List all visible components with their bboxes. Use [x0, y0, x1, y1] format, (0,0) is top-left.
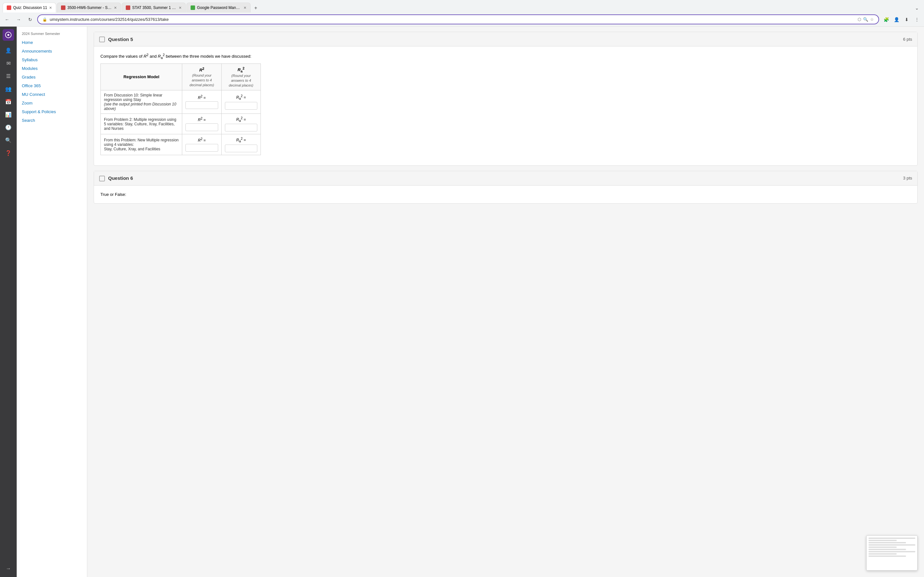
table-row-1: From Discussion 10: Simple linear regres…	[101, 90, 261, 113]
tab-close-2[interactable]: ✕	[114, 6, 117, 10]
lock-icon: 🔒	[42, 17, 47, 22]
thumb-line-5	[869, 546, 897, 548]
sidebar-item-modules[interactable]: Modules	[17, 64, 87, 73]
sidebar-item-announcements[interactable]: Announcements	[17, 47, 87, 55]
question-5-header: Question 5 6 pts	[94, 32, 917, 47]
sidebar-item-support[interactable]: Support & Policies	[17, 107, 87, 116]
profile-icon[interactable]: 👤	[892, 15, 901, 24]
question-5-pts: 6 pts	[903, 37, 912, 42]
main-layout: 👤 ✉ ☰ 👥 📅 📊 🕐 🔍 ❓ → 2024 Summer Semester…	[0, 27, 924, 577]
model-3-ra2-cell: Ra2 =	[221, 134, 260, 155]
forward-button[interactable]: →	[14, 15, 23, 24]
model-3-ra2-input[interactable]	[225, 145, 257, 152]
browser-actions: 🧩 👤 ⬇ ⋮	[882, 15, 921, 24]
bookmark-icon[interactable]: ☆	[870, 17, 874, 22]
rail-user-icon[interactable]: 👤	[3, 45, 14, 56]
model-2-r2-label: R2 =	[186, 117, 218, 122]
rail-inbox-icon[interactable]: ✉	[3, 57, 14, 69]
tab-title-4: Google Password Manager	[197, 5, 242, 10]
thumbnail-content	[867, 536, 917, 560]
browser-chrome: Quiz: Discussion 11 ✕ 3500-HW6-Summer - …	[0, 0, 924, 27]
thumb-line-4	[869, 544, 915, 546]
tab-favicon-3	[126, 5, 130, 10]
question-5-body: Compare the values of R2 and Ra2 between…	[94, 47, 917, 165]
tab-favicon-4	[191, 5, 195, 10]
tab-stat3500[interactable]: STAT 3500, Summer 1 2024 ✕	[121, 3, 186, 13]
thumb-line-7	[869, 551, 915, 552]
address-bar-row: ← → ↻ 🔒 umsystem.instructure.com/courses…	[0, 13, 924, 26]
rail-history-icon[interactable]: 🕐	[3, 121, 14, 133]
model-2-ra2-cell: Ra2 =	[221, 113, 260, 134]
rail-calendar-icon[interactable]: 📅	[3, 96, 14, 107]
new-tab-button[interactable]: +	[251, 3, 260, 13]
tab-close-1[interactable]: ✕	[49, 6, 52, 10]
rail-help-icon[interactable]: ❓	[3, 147, 14, 159]
back-button[interactable]: ←	[3, 15, 11, 24]
model-2-ra2-input[interactable]	[225, 124, 257, 131]
question-5-title: Question 5	[108, 37, 133, 42]
search-address-icon[interactable]: 🔍	[863, 17, 868, 22]
rail-grades-icon[interactable]: 📊	[3, 109, 14, 120]
tab-hw6[interactable]: 3500-HW6-Summer - STAT S... ✕	[57, 3, 121, 13]
question-6-pts: 3 pts	[903, 176, 912, 181]
question-5-checkbox[interactable]	[99, 37, 105, 42]
thumb-line-6	[869, 549, 906, 550]
canvas-logo[interactable]	[3, 29, 14, 41]
rail-people-icon[interactable]: 👥	[3, 83, 14, 95]
thumbnail-overlay	[866, 535, 918, 571]
model-3-ra2-label: Ra2 =	[225, 137, 257, 143]
question-6-card: Question 6 3 pts True or False:	[94, 171, 918, 203]
left-rail: 👤 ✉ ☰ 👥 📅 📊 🕐 🔍 ❓ →	[0, 27, 17, 577]
extensions-icon[interactable]: 🧩	[882, 15, 891, 24]
tab-favicon-2	[61, 5, 65, 10]
model-3-r2-input[interactable]	[186, 144, 218, 152]
sidebar-item-office365[interactable]: Office 365	[17, 81, 87, 90]
sidebar-item-grades[interactable]: Grades	[17, 73, 87, 81]
tab-menu-button[interactable]: ⌄	[913, 3, 921, 13]
menu-icon[interactable]: ⋮	[913, 15, 921, 24]
thumb-line-2	[869, 540, 897, 541]
screen-cast-icon[interactable]: ⬡	[858, 17, 861, 22]
rail-collapse-icon[interactable]: →	[3, 563, 14, 574]
sidebar-item-zoom[interactable]: Zoom	[17, 99, 87, 107]
content-area: Question 5 6 pts Compare the values of R…	[87, 27, 924, 577]
tab-close-3[interactable]: ✕	[179, 6, 182, 10]
col-ra2-note: (Round your answers to 4 decimal places)	[229, 74, 253, 87]
model-1-ra2-cell: Ra2 =	[221, 90, 260, 113]
model-3-r2-cell: R2 =	[182, 134, 221, 155]
download-icon[interactable]: ⬇	[902, 15, 911, 24]
sidebar-item-syllabus[interactable]: Syllabus	[17, 55, 87, 64]
col-header-model: Regression Model	[101, 63, 182, 90]
tab-title-2: 3500-HW6-Summer - STAT S...	[67, 5, 112, 10]
reload-button[interactable]: ↻	[26, 15, 35, 24]
svg-point-1	[7, 34, 9, 36]
question-6-checkbox[interactable]	[99, 176, 105, 181]
rail-modules-icon[interactable]: ☰	[3, 70, 14, 82]
rail-search-icon[interactable]: 🔍	[3, 134, 14, 146]
model-2-r2-cell: R2 =	[182, 113, 221, 134]
model-3-r2-label: R2 =	[186, 137, 218, 143]
question-5-prompt: Compare the values of R2 and Ra2 between…	[100, 53, 911, 60]
tab-quiz-discussion[interactable]: Quiz: Discussion 11 ✕	[3, 3, 56, 13]
model-2-ra2-label: Ra2 =	[225, 116, 257, 122]
address-text: umsystem.instructure.com/courses/232514/…	[50, 17, 855, 22]
thumb-line-1	[869, 538, 915, 539]
tab-password-manager[interactable]: Google Password Manager ✕	[186, 3, 250, 13]
model-1-label: From Discussion 10: Simple linear regres…	[101, 90, 182, 113]
semester-label: 2024 Summer Semester	[17, 31, 87, 38]
address-bar[interactable]: 🔒 umsystem.instructure.com/courses/23251…	[37, 15, 879, 24]
tab-close-4[interactable]: ✕	[244, 6, 246, 10]
thumb-line-3	[869, 542, 906, 543]
table-row-2: From Problem 2: Multiple regression usin…	[101, 113, 261, 134]
sidebar-item-home[interactable]: Home	[17, 38, 87, 47]
sidebar: 2024 Summer Semester Home Announcements …	[17, 27, 87, 577]
tab-title-1: Quiz: Discussion 11	[13, 5, 47, 10]
comparison-table: Regression Model R2 (Round your answers …	[100, 63, 261, 155]
model-1-ra2-input[interactable]	[225, 102, 257, 110]
sidebar-item-search[interactable]: Search	[17, 116, 87, 125]
thumb-line-8	[869, 553, 897, 554]
model-1-r2-input[interactable]	[186, 101, 218, 109]
tab-favicon	[7, 5, 11, 10]
model-2-r2-input[interactable]	[186, 123, 218, 131]
sidebar-item-muconnect[interactable]: MU Connect	[17, 90, 87, 99]
